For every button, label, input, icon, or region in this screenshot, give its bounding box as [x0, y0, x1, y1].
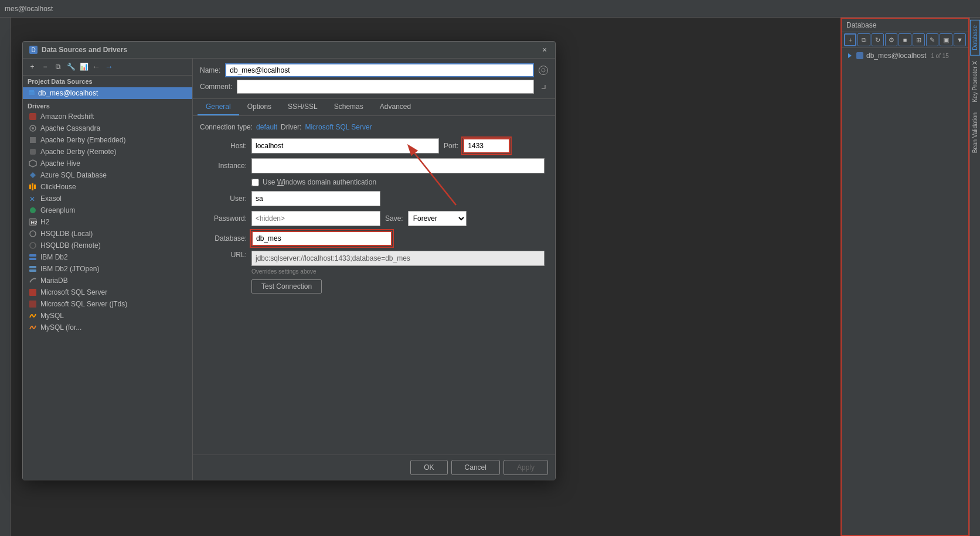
svg-rect-21: [29, 289, 36, 296]
url-input[interactable]: [251, 251, 545, 266]
vertical-tab-key-promoter[interactable]: Key Promoter X: [970, 56, 980, 108]
svg-rect-5: [30, 137, 36, 143]
top-bar-title: mes@localhost: [5, 5, 53, 13]
tab-options[interactable]: Options: [239, 99, 280, 115]
driver-item-azure-sql[interactable]: Azure SQL Database: [23, 169, 192, 181]
cancel-button[interactable]: Cancel: [451, 460, 500, 475]
project-datasource-item[interactable]: db_mes@localhost: [23, 87, 192, 99]
name-input[interactable]: [225, 63, 534, 77]
ide-sidebar: [0, 18, 11, 536]
driver-item-apache-derby-remote[interactable]: Apache Derby (Remote): [23, 146, 192, 158]
db-view-button[interactable]: ▣: [940, 33, 952, 46]
driver-item-hsqldb-local[interactable]: HSQLDB (Local): [23, 228, 192, 240]
driver-item-ibm-db2[interactable]: IBM Db2: [23, 251, 192, 263]
driver-item-mssql[interactable]: Microsoft SQL Server: [23, 286, 192, 298]
vertical-tab-database[interactable]: Database: [970, 20, 980, 56]
user-row: User:: [200, 191, 548, 206]
database-row: Database:: [200, 231, 548, 246]
dialog-title: Data Sources and Drivers: [42, 46, 540, 54]
svg-text:D: D: [31, 47, 35, 53]
svg-point-16: [30, 243, 36, 248]
remove-button[interactable]: −: [39, 61, 51, 73]
name-label: Name:: [200, 66, 220, 74]
db-filter-button[interactable]: ▼: [954, 33, 966, 46]
name-expand-button[interactable]: [539, 66, 548, 75]
database-input[interactable]: [251, 231, 392, 246]
conn-type-value[interactable]: default: [256, 123, 277, 131]
datasource-icon: [28, 89, 36, 97]
windows-auth-checkbox[interactable]: [251, 179, 259, 186]
vertical-tab-bean-validation[interactable]: Bean Validation: [970, 107, 980, 158]
driver-item-h2[interactable]: H2 H2: [23, 216, 192, 228]
driver-item-amazon-redshift[interactable]: Amazon Redshift: [23, 111, 192, 122]
password-input[interactable]: [251, 211, 380, 226]
db-refresh-button[interactable]: ↻: [872, 33, 884, 46]
db-tree-item[interactable]: db_mes@localhost 1 of 15: [844, 50, 966, 61]
instance-input[interactable]: [251, 158, 545, 173]
db-stop-button[interactable]: ■: [899, 33, 911, 46]
db-copy-button[interactable]: ⧉: [858, 33, 870, 46]
host-port-row: Host: Port:: [200, 138, 548, 153]
hsqldb-remote-icon: [29, 241, 37, 250]
tab-advanced[interactable]: Advanced: [372, 99, 419, 115]
comment-expand-button[interactable]: [539, 82, 548, 91]
driver-item-mariadb[interactable]: MariaDB: [23, 275, 192, 286]
center-area: D Data Sources and Drivers × + − ⧉ 🔧 📊: [11, 18, 841, 536]
svg-point-12: [30, 207, 36, 213]
driver-item-exasol[interactable]: ✕ Exasol: [23, 193, 192, 204]
svg-rect-22: [29, 301, 36, 308]
user-input[interactable]: [251, 191, 380, 206]
tab-general[interactable]: General: [198, 99, 239, 115]
settings-button[interactable]: 🔧: [65, 61, 77, 73]
nav-forward[interactable]: →: [104, 62, 114, 72]
db-sync-button[interactable]: ⚙: [885, 33, 897, 46]
driver-item-apache-hive[interactable]: Apache Hive: [23, 158, 192, 169]
svg-text:H2: H2: [31, 220, 38, 226]
svg-rect-17: [29, 254, 36, 257]
dialog-tabs: General Options SSH/SSL Schemas Advanced: [193, 99, 555, 116]
host-input[interactable]: [251, 138, 439, 153]
driver-item-mssql-jtds[interactable]: Microsoft SQL Server (jTds): [23, 298, 192, 310]
db-schema-button[interactable]: ⊞: [913, 33, 925, 46]
driver-item-ibm-db2-jtopen[interactable]: IBM Db2 (JTOpen): [23, 263, 192, 275]
driver-item-mysql-for[interactable]: MySQL (for...: [23, 322, 192, 333]
driver-item-hsqldb-remote[interactable]: HSQLDB (Remote): [23, 240, 192, 251]
tab-ssh-ssl[interactable]: SSH/SSL: [280, 99, 326, 115]
ok-button[interactable]: OK: [410, 460, 447, 475]
url-row: URL:: [200, 251, 548, 266]
driver-item-apache-cassandra[interactable]: Apache Cassandra: [23, 122, 192, 134]
comment-input[interactable]: [237, 80, 534, 94]
driver-item-clickhouse[interactable]: ClickHouse: [23, 181, 192, 193]
test-connection-button[interactable]: Test Connection: [251, 279, 322, 293]
port-input[interactable]: [463, 138, 510, 153]
driver-value[interactable]: Microsoft SQL Server: [305, 123, 372, 131]
nav-back[interactable]: ←: [91, 62, 101, 72]
db-edit-button[interactable]: ✎: [926, 33, 938, 46]
driver-item-greenplum[interactable]: Greenplum: [23, 204, 192, 216]
svg-marker-7: [29, 160, 36, 167]
main-layout: D Data Sources and Drivers × + − ⧉ 🔧 📊: [0, 18, 980, 536]
h2-icon: H2: [29, 218, 37, 226]
driver-item-mysql[interactable]: MySQL: [23, 310, 192, 322]
svg-rect-18: [29, 258, 36, 260]
chart-button[interactable]: 📊: [78, 61, 90, 73]
add-button[interactable]: +: [26, 61, 38, 73]
apache-derby-embedded-icon: [29, 136, 37, 144]
save-select[interactable]: Forever For Session Never: [408, 211, 467, 226]
svg-rect-27: [856, 52, 863, 59]
copy-button[interactable]: ⧉: [52, 61, 64, 73]
dialog-right-header: Name: Comment:: [193, 59, 555, 99]
svg-point-4: [32, 127, 34, 129]
driver-item-apache-derby-embedded[interactable]: Apache Derby (Embedded): [23, 134, 192, 146]
windows-auth-label: Use Windows domain authentication: [263, 178, 376, 186]
svg-point-23: [542, 69, 545, 72]
mysql-for-icon: [29, 323, 37, 332]
db-add-button[interactable]: +: [844, 33, 856, 46]
dialog-close-button[interactable]: ×: [540, 45, 549, 54]
apache-derby-remote-icon: [29, 148, 37, 156]
apply-button[interactable]: Apply: [503, 460, 548, 475]
svg-point-15: [30, 231, 36, 237]
mssql-icon: [29, 288, 37, 296]
data-sources-dialog: D Data Sources and Drivers × + − ⧉ 🔧 📊: [22, 41, 556, 480]
tab-schemas[interactable]: Schemas: [326, 99, 372, 115]
